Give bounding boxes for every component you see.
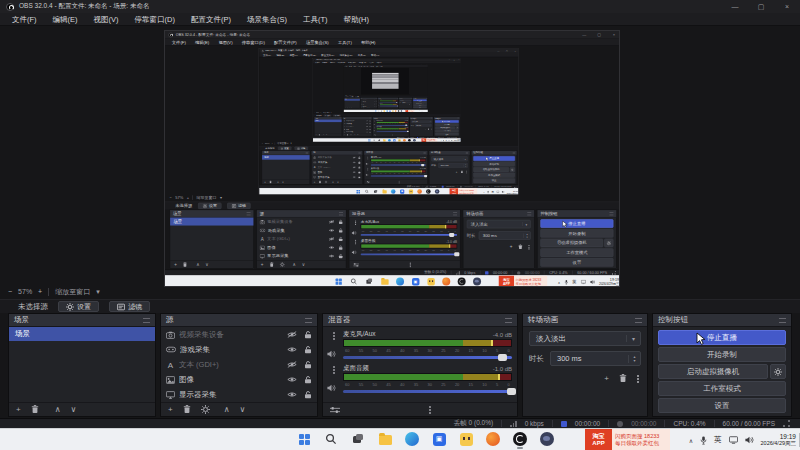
dock-options-icon[interactable] [305,318,312,323]
menu-view[interactable]: 视图(V) [86,13,127,26]
taskbar-icon-obs[interactable] [512,431,528,447]
dock-options-icon[interactable] [779,318,786,323]
eye-icon[interactable] [287,375,297,384]
fit-mode-dropdown[interactable]: 缩放至窗口 [55,287,90,297]
source-label: 显示器采集 [179,390,283,400]
taskbar-icon-firefox[interactable] [485,431,501,447]
channel-options-icon[interactable] [333,332,335,334]
transitions-dock-header[interactable]: 转场动画 [523,314,647,327]
minimize-button[interactable]: — [722,0,748,13]
lock-icon[interactable] [304,375,312,384]
transition-select[interactable]: 淡入淡出 ▾ [529,331,641,346]
resize-grip[interactable] [783,420,790,427]
lock-icon[interactable] [304,345,312,354]
source-row[interactable]: 视频采集设备 [161,327,317,342]
taskbar-icon-edge[interactable] [404,431,420,447]
dock-options-icon[interactable] [505,318,512,323]
zoom-in-button[interactable]: + [38,288,42,295]
lock-icon[interactable] [304,390,312,399]
network-icon[interactable] [729,436,738,444]
scene-up-button[interactable]: ∧ [55,405,61,414]
lock-icon[interactable] [304,360,312,369]
settings-button[interactable]: 设置 [658,398,786,413]
spinner-arrows-icon[interactable]: ▴▾ [628,355,640,363]
remove-source-button[interactable] [183,405,191,414]
start-recording-button[interactable]: 开始录制 [658,347,786,362]
taskbar-icon-search[interactable] [323,431,339,447]
dock-options-icon[interactable] [635,318,642,323]
eye-icon[interactable] [287,390,297,399]
close-button[interactable]: × [774,0,800,13]
add-scene-button[interactable]: + [16,405,21,414]
separator [48,288,49,296]
speaker-icon[interactable] [327,350,336,358]
stop-streaming-button[interactable]: 停止直播 [658,330,786,345]
controls-dock-header[interactable]: 控制按钮 [653,314,791,327]
taskbar-icon-start[interactable] [296,431,312,447]
scenes-dock-header[interactable]: 场景 [9,314,155,327]
source-properties-gear-button[interactable] [201,405,210,414]
volume-slider-handle[interactable] [507,388,516,395]
menu-file[interactable]: 文件(F) [4,13,45,26]
duration-spinbox[interactable]: 300 ms ▴▾ [550,351,641,366]
microphone-icon[interactable] [700,436,707,445]
eye-icon[interactable] [287,345,297,354]
preview-canvas[interactable]: OBS 32.0.4 - 配置文件: 未命名 - 场景: 未命名 — ▢ × 文… [164,30,620,287]
taskbar-icon-app-yellow[interactable] [458,431,474,447]
mixer-dock-header[interactable]: 混音器 [323,314,517,327]
mixer-menu-icon[interactable] [429,406,431,408]
studio-mode-button[interactable]: 工作室模式 [658,381,786,396]
channel-options-icon[interactable] [333,366,335,368]
menu-edit[interactable]: 编辑(E) [45,13,86,26]
taskbar-clock[interactable]: 19:19 2026/4/29周三 [761,433,796,447]
source-down-button[interactable]: ∨ [240,405,246,414]
transition-properties-icon[interactable] [637,375,639,377]
scene-list-item-selected[interactable]: 场景 [9,327,155,341]
sources-dock-header[interactable]: 源 [161,314,317,327]
speaker-icon[interactable] [745,436,754,444]
volume-slider-handle[interactable] [498,354,507,361]
recursion-depth-limit [270,79,520,229]
source-row[interactable]: 显示器采集 [161,387,317,402]
taskbar-icon-app-blue[interactable]: ▣ [431,431,447,447]
source-properties-button[interactable]: 设置 [58,301,99,312]
remove-scene-button[interactable] [31,405,39,414]
source-row[interactable]: 图像 [161,372,317,387]
menu-help[interactable]: 帮助(H) [336,13,377,26]
mixer-channel-mic: 麦克风/Aux -4.0 dB 605550454035302520151050 [326,330,512,362]
advanced-audio-icon[interactable] [330,406,340,414]
eye-off-icon[interactable] [287,360,297,369]
add-transition-button[interactable]: + [604,374,609,383]
lock-icon[interactable] [304,330,312,339]
zoom-out-button[interactable]: − [8,288,12,295]
cpu-usage: CPU: 0.4% [673,420,705,427]
volume-slider[interactable] [343,387,512,396]
transitions-dock: 转场动画 淡入淡出 ▾ 时长 300 ms ▴▾ + [522,313,648,417]
source-up-button[interactable]: ∧ [224,405,230,414]
menu-profile[interactable]: 配置文件(P) [183,13,239,26]
menu-docks[interactable]: 停靠窗口(D) [127,13,183,26]
duration-value: 300 ms [551,354,628,363]
start-virtual-camera-button[interactable]: 启动虚拟摄像机 [658,364,768,379]
source-row[interactable]: A 文本 (GDI+) [161,357,317,372]
taskbar-icon-app-dark[interactable] [539,431,555,447]
taskbar-icon-file-explorer[interactable] [377,431,393,447]
remove-transition-button[interactable] [619,374,627,383]
chevron-down-icon[interactable]: ▾ [96,288,100,296]
ime-indicator[interactable]: 英 [714,435,722,445]
taskbar-icon-task-view[interactable] [350,431,366,447]
eye-off-icon[interactable] [287,330,297,339]
taobao-ad-banner[interactable]: 淘宝 APP 闪购页面搜 18233 每日领取外卖红包 [585,429,670,450]
source-filters-button[interactable]: 滤镜 [109,301,150,312]
volume-slider[interactable] [343,353,512,362]
speaker-icon[interactable] [327,384,336,392]
virtual-camera-settings-button[interactable] [770,364,786,379]
maximize-button[interactable]: ▢ [748,0,774,13]
dock-options-icon[interactable] [143,318,150,323]
tray-expand-icon[interactable]: ∧ [689,437,693,444]
menu-tools[interactable]: 工具(T) [295,13,336,26]
menu-scene-collection[interactable]: 场景集合(S) [239,13,295,26]
scene-down-button[interactable]: ∨ [71,405,77,414]
source-row[interactable]: 游戏采集 [161,342,317,357]
add-source-button[interactable]: + [168,405,173,414]
